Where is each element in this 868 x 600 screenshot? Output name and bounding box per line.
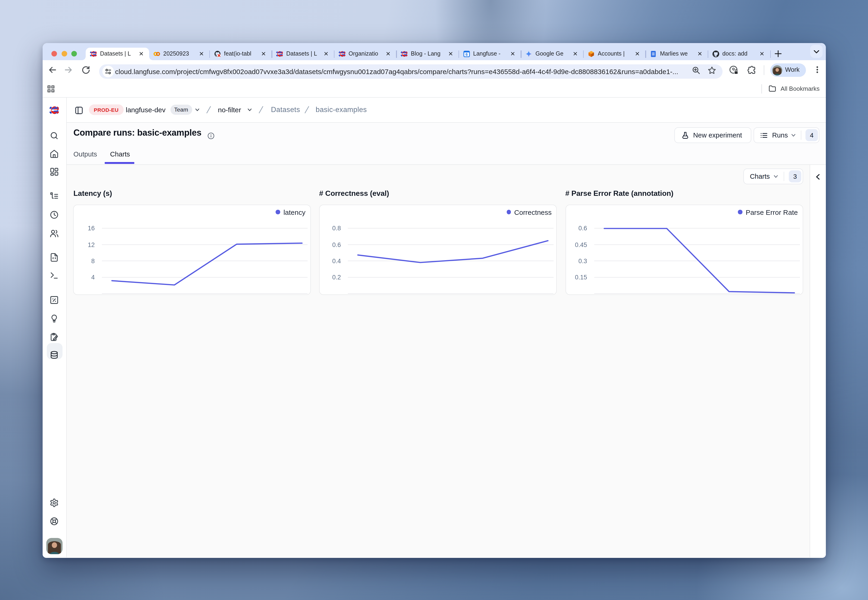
svg-text:6: 6 <box>465 52 467 57</box>
